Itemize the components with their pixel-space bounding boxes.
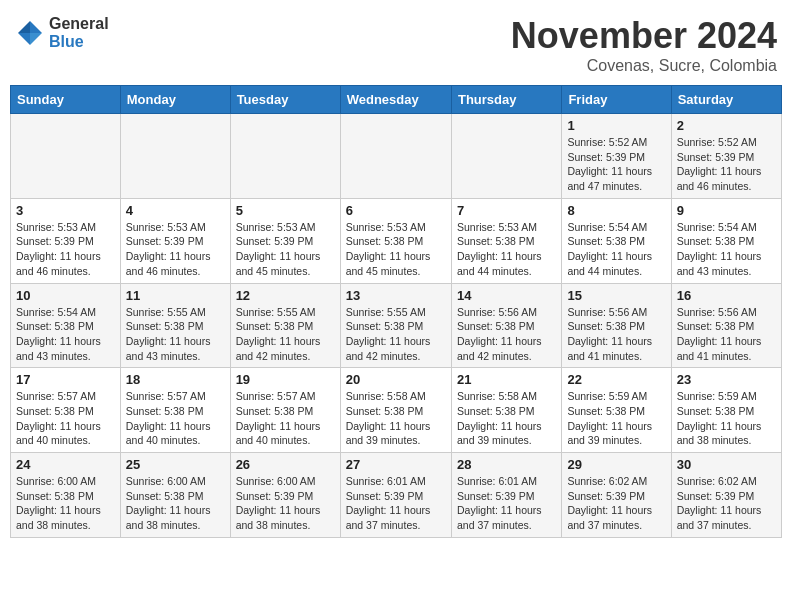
day-number: 24 bbox=[16, 457, 115, 472]
calendar-week-row: 1Sunrise: 5:52 AM Sunset: 5:39 PM Daylig… bbox=[11, 114, 782, 199]
day-number: 22 bbox=[567, 372, 665, 387]
calendar-cell: 29Sunrise: 6:02 AM Sunset: 5:39 PM Dayli… bbox=[562, 453, 671, 538]
day-info: Sunrise: 5:53 AM Sunset: 5:38 PM Dayligh… bbox=[457, 220, 556, 279]
calendar-cell bbox=[340, 114, 451, 199]
day-number: 3 bbox=[16, 203, 115, 218]
day-of-week-header: Friday bbox=[562, 86, 671, 114]
logo-blue-text: Blue bbox=[49, 33, 109, 51]
logo: General Blue bbox=[15, 15, 109, 50]
day-info: Sunrise: 6:01 AM Sunset: 5:39 PM Dayligh… bbox=[346, 474, 446, 533]
day-number: 1 bbox=[567, 118, 665, 133]
calendar-cell: 22Sunrise: 5:59 AM Sunset: 5:38 PM Dayli… bbox=[562, 368, 671, 453]
day-number: 27 bbox=[346, 457, 446, 472]
day-info: Sunrise: 5:53 AM Sunset: 5:39 PM Dayligh… bbox=[126, 220, 225, 279]
day-number: 12 bbox=[236, 288, 335, 303]
day-number: 16 bbox=[677, 288, 776, 303]
day-number: 8 bbox=[567, 203, 665, 218]
day-info: Sunrise: 5:55 AM Sunset: 5:38 PM Dayligh… bbox=[126, 305, 225, 364]
day-number: 6 bbox=[346, 203, 446, 218]
calendar-week-row: 10Sunrise: 5:54 AM Sunset: 5:38 PM Dayli… bbox=[11, 283, 782, 368]
calendar-cell: 24Sunrise: 6:00 AM Sunset: 5:38 PM Dayli… bbox=[11, 453, 121, 538]
calendar-cell: 5Sunrise: 5:53 AM Sunset: 5:39 PM Daylig… bbox=[230, 198, 340, 283]
calendar-cell: 19Sunrise: 5:57 AM Sunset: 5:38 PM Dayli… bbox=[230, 368, 340, 453]
day-info: Sunrise: 6:00 AM Sunset: 5:38 PM Dayligh… bbox=[16, 474, 115, 533]
day-info: Sunrise: 5:59 AM Sunset: 5:38 PM Dayligh… bbox=[567, 389, 665, 448]
calendar-cell: 3Sunrise: 5:53 AM Sunset: 5:39 PM Daylig… bbox=[11, 198, 121, 283]
calendar-cell: 2Sunrise: 5:52 AM Sunset: 5:39 PM Daylig… bbox=[671, 114, 781, 199]
day-of-week-header: Sunday bbox=[11, 86, 121, 114]
svg-marker-3 bbox=[30, 33, 42, 45]
day-info: Sunrise: 5:54 AM Sunset: 5:38 PM Dayligh… bbox=[16, 305, 115, 364]
calendar-cell: 23Sunrise: 5:59 AM Sunset: 5:38 PM Dayli… bbox=[671, 368, 781, 453]
day-number: 2 bbox=[677, 118, 776, 133]
month-title: November 2024 bbox=[511, 15, 777, 57]
svg-marker-1 bbox=[18, 21, 30, 33]
calendar-cell: 7Sunrise: 5:53 AM Sunset: 5:38 PM Daylig… bbox=[451, 198, 561, 283]
location-subtitle: Covenas, Sucre, Colombia bbox=[511, 57, 777, 75]
day-number: 7 bbox=[457, 203, 556, 218]
day-info: Sunrise: 5:53 AM Sunset: 5:38 PM Dayligh… bbox=[346, 220, 446, 279]
calendar-cell bbox=[230, 114, 340, 199]
calendar-cell: 8Sunrise: 5:54 AM Sunset: 5:38 PM Daylig… bbox=[562, 198, 671, 283]
day-number: 21 bbox=[457, 372, 556, 387]
svg-marker-0 bbox=[30, 21, 42, 33]
calendar-week-row: 17Sunrise: 5:57 AM Sunset: 5:38 PM Dayli… bbox=[11, 368, 782, 453]
calendar-cell bbox=[451, 114, 561, 199]
calendar-cell: 11Sunrise: 5:55 AM Sunset: 5:38 PM Dayli… bbox=[120, 283, 230, 368]
calendar-cell: 12Sunrise: 5:55 AM Sunset: 5:38 PM Dayli… bbox=[230, 283, 340, 368]
day-info: Sunrise: 5:55 AM Sunset: 5:38 PM Dayligh… bbox=[236, 305, 335, 364]
calendar-week-row: 24Sunrise: 6:00 AM Sunset: 5:38 PM Dayli… bbox=[11, 453, 782, 538]
calendar-cell: 28Sunrise: 6:01 AM Sunset: 5:39 PM Dayli… bbox=[451, 453, 561, 538]
day-number: 13 bbox=[346, 288, 446, 303]
day-info: Sunrise: 6:01 AM Sunset: 5:39 PM Dayligh… bbox=[457, 474, 556, 533]
day-of-week-header: Monday bbox=[120, 86, 230, 114]
calendar-cell: 26Sunrise: 6:00 AM Sunset: 5:39 PM Dayli… bbox=[230, 453, 340, 538]
day-number: 18 bbox=[126, 372, 225, 387]
day-info: Sunrise: 5:56 AM Sunset: 5:38 PM Dayligh… bbox=[457, 305, 556, 364]
day-number: 5 bbox=[236, 203, 335, 218]
calendar-cell: 4Sunrise: 5:53 AM Sunset: 5:39 PM Daylig… bbox=[120, 198, 230, 283]
day-number: 25 bbox=[126, 457, 225, 472]
day-of-week-header: Saturday bbox=[671, 86, 781, 114]
day-number: 20 bbox=[346, 372, 446, 387]
calendar-cell: 16Sunrise: 5:56 AM Sunset: 5:38 PM Dayli… bbox=[671, 283, 781, 368]
day-info: Sunrise: 6:00 AM Sunset: 5:38 PM Dayligh… bbox=[126, 474, 225, 533]
calendar-table: SundayMondayTuesdayWednesdayThursdayFrid… bbox=[10, 85, 782, 538]
svg-marker-2 bbox=[18, 33, 30, 45]
calendar-cell: 20Sunrise: 5:58 AM Sunset: 5:38 PM Dayli… bbox=[340, 368, 451, 453]
day-number: 4 bbox=[126, 203, 225, 218]
day-number: 11 bbox=[126, 288, 225, 303]
day-of-week-header: Tuesday bbox=[230, 86, 340, 114]
calendar-cell: 1Sunrise: 5:52 AM Sunset: 5:39 PM Daylig… bbox=[562, 114, 671, 199]
calendar-cell: 17Sunrise: 5:57 AM Sunset: 5:38 PM Dayli… bbox=[11, 368, 121, 453]
day-info: Sunrise: 5:59 AM Sunset: 5:38 PM Dayligh… bbox=[677, 389, 776, 448]
calendar-week-row: 3Sunrise: 5:53 AM Sunset: 5:39 PM Daylig… bbox=[11, 198, 782, 283]
calendar-cell: 21Sunrise: 5:58 AM Sunset: 5:38 PM Dayli… bbox=[451, 368, 561, 453]
day-number: 9 bbox=[677, 203, 776, 218]
day-of-week-header: Wednesday bbox=[340, 86, 451, 114]
day-number: 10 bbox=[16, 288, 115, 303]
page-header: General Blue November 2024 Covenas, Sucr… bbox=[10, 10, 782, 75]
calendar-header-row: SundayMondayTuesdayWednesdayThursdayFrid… bbox=[11, 86, 782, 114]
day-number: 19 bbox=[236, 372, 335, 387]
day-number: 17 bbox=[16, 372, 115, 387]
day-info: Sunrise: 5:56 AM Sunset: 5:38 PM Dayligh… bbox=[677, 305, 776, 364]
day-number: 26 bbox=[236, 457, 335, 472]
day-number: 15 bbox=[567, 288, 665, 303]
day-info: Sunrise: 5:53 AM Sunset: 5:39 PM Dayligh… bbox=[16, 220, 115, 279]
day-number: 28 bbox=[457, 457, 556, 472]
calendar-cell: 10Sunrise: 5:54 AM Sunset: 5:38 PM Dayli… bbox=[11, 283, 121, 368]
calendar-cell bbox=[11, 114, 121, 199]
day-number: 29 bbox=[567, 457, 665, 472]
day-info: Sunrise: 5:57 AM Sunset: 5:38 PM Dayligh… bbox=[16, 389, 115, 448]
day-info: Sunrise: 5:58 AM Sunset: 5:38 PM Dayligh… bbox=[346, 389, 446, 448]
day-number: 23 bbox=[677, 372, 776, 387]
title-block: November 2024 Covenas, Sucre, Colombia bbox=[511, 15, 777, 75]
day-info: Sunrise: 5:52 AM Sunset: 5:39 PM Dayligh… bbox=[677, 135, 776, 194]
day-of-week-header: Thursday bbox=[451, 86, 561, 114]
calendar-cell: 9Sunrise: 5:54 AM Sunset: 5:38 PM Daylig… bbox=[671, 198, 781, 283]
day-info: Sunrise: 6:00 AM Sunset: 5:39 PM Dayligh… bbox=[236, 474, 335, 533]
day-number: 30 bbox=[677, 457, 776, 472]
calendar-cell: 18Sunrise: 5:57 AM Sunset: 5:38 PM Dayli… bbox=[120, 368, 230, 453]
day-info: Sunrise: 5:53 AM Sunset: 5:39 PM Dayligh… bbox=[236, 220, 335, 279]
